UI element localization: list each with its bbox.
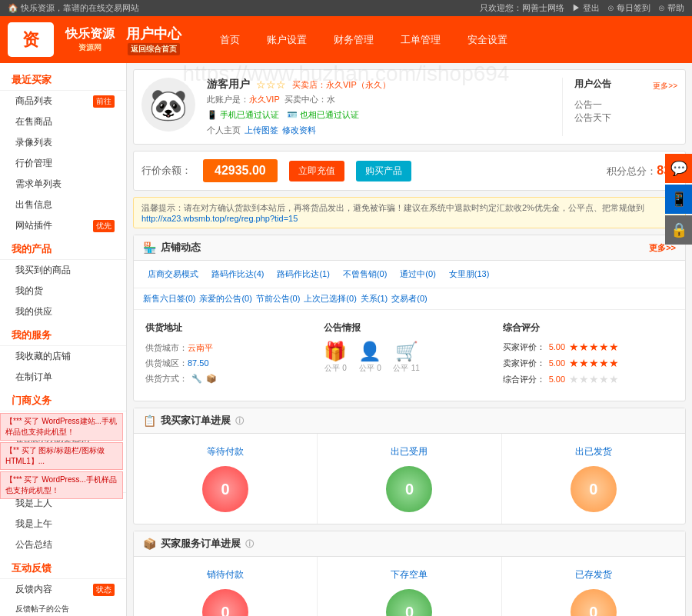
- order-tab-3[interactable]: 节前公告(0): [256, 293, 300, 305]
- sell-circle-waiting-label[interactable]: 销待付款: [145, 568, 305, 581]
- shop-tab-4[interactable]: 不曾售销(0): [338, 267, 391, 281]
- top-bar-left: 🏠 快乐资源，靠谱的在线交易网站: [8, 2, 139, 14]
- buy-order-header: 📋 我买家订单进展 ⓘ: [134, 408, 685, 434]
- delivery-item-2: 👤 公平 0: [358, 341, 381, 374]
- username: 游客用户: [207, 78, 250, 92]
- sidebar-item-feedback-notice[interactable]: 反馈帖子的公告: [0, 600, 126, 616]
- buy-circle-shipped-value: 0: [571, 466, 617, 512]
- order-tab-1[interactable]: 新售六日签(0): [143, 293, 195, 305]
- buy-order-card: 📋 我买家订单进展 ⓘ 等待付款 0 出已受用 0 出已发货 0: [133, 408, 686, 524]
- shop-tab-3[interactable]: 路码作比达(1): [272, 267, 334, 281]
- order-tab-5[interactable]: 关系(1): [361, 293, 388, 305]
- side-lock-btn[interactable]: 🔒: [665, 215, 692, 245]
- profile-info: 游客用户 ☆☆☆ 买卖店：永久VIP（永久） 此账户是：永久VIP 买卖中心：水…: [207, 78, 551, 136]
- sidebar-item-myhuo[interactable]: 我的货: [0, 281, 126, 301]
- sidebar-section-feedback: 互动反馈: [0, 555, 126, 579]
- profile-links-row: 个人主页 上传图签 修改资料: [207, 125, 551, 136]
- top-bar-signin[interactable]: ⊙ 每日签到: [607, 2, 650, 14]
- buy-circle-waiting-label[interactable]: 等待付款: [145, 445, 305, 458]
- sidebar-section-services: 我的服务: [0, 322, 126, 346]
- nav-item-workorder[interactable]: 工单管理: [389, 28, 452, 52]
- sell-circle-empty-label[interactable]: 下存空单: [329, 568, 489, 581]
- sidebar-item-product-list[interactable]: 商品列表前往: [0, 91, 126, 112]
- buy-circle-received-value: 0: [386, 466, 432, 512]
- order-tab-6[interactable]: 交易者(0): [391, 293, 427, 305]
- sidebar-item-plugin[interactable]: 网站插件优先: [0, 215, 126, 236]
- order-tab-2[interactable]: 亲爱的公告(0): [199, 293, 251, 305]
- popup-notice-2[interactable]: 【** 买了 图标/标题栏/图标做HTML1】...: [0, 442, 123, 470]
- shop-tab-2[interactable]: 路码作比达(4): [207, 267, 268, 281]
- logo-badge: 资源网: [78, 42, 101, 53]
- notice-more-link[interactable]: 更多>>: [653, 81, 677, 92]
- buy-circle-received-label[interactable]: 出已受用: [329, 445, 489, 458]
- sidebar-item-bought[interactable]: 我买到的商品: [0, 260, 126, 281]
- header: 资 快乐资源 资源网 用户中心 返回综合首页 首页 账户设置 财务管理 工单管理…: [0, 16, 692, 63]
- side-chat-btn[interactable]: 💬: [665, 154, 692, 183]
- sidebar-item-price[interactable]: 行价管理: [0, 153, 126, 174]
- rating-group: 综合评分 买家评价： 5.00 ★★★★★ 卖家评价： 5.00 ★★★★★ 综…: [503, 321, 674, 389]
- buy-circle-waiting-value: 0: [202, 466, 248, 512]
- sidebar: 最近买家 商品列表前往 在售商品 录像列表 行价管理 需求单列表 出售信息 网站…: [0, 63, 127, 616]
- sell-circle-empty: 下存空单 0: [318, 557, 501, 616]
- buy-circle-shipped: 出已发货 0: [502, 434, 685, 524]
- top-bar: 🏠 快乐资源，靠谱的在线交易网站 只欢迎您：网善士网络 ▶ 登出 ⊙ 每日签到 …: [0, 0, 692, 16]
- user-stars: ☆☆☆: [256, 78, 286, 91]
- address-group: 供货地址 供货城市：云南平 供货城区：87.50 供货方式： 🔧 📦: [145, 321, 316, 389]
- content-area: 🐼 游客用户 ☆☆☆ 买卖店：永久VIP（永久） 此账户是：永久VIP 买卖中心…: [127, 63, 692, 616]
- shop-activity-card: 🏪 店铺动态 更多>> 店商交易模式 路码作比达(4) 路码作比达(1) 不曾售…: [133, 235, 686, 401]
- rating-row-buyer: 买家评价： 5.00 ★★★★★: [503, 341, 674, 353]
- id-verified: 🪪 也相已通过认证: [287, 109, 359, 121]
- notice-link[interactable]: http://xa23.wbsmb.top/reg/reg.php?tid=15: [141, 214, 677, 223]
- buy-order-circles: 等待付款 0 出已受用 0 出已发货 0: [134, 434, 685, 524]
- sidebar-item-supply[interactable]: 我的供应: [0, 301, 126, 322]
- upload-avatar-link[interactable]: 上传图签: [245, 125, 278, 136]
- sidebar-item-video[interactable]: 录像列表: [0, 132, 126, 153]
- sidebar-item-feedback-content[interactable]: 反馈内容状态: [0, 579, 126, 600]
- shop-tab-6[interactable]: 女里朋(13): [444, 267, 494, 281]
- delivery-icons-row: 🎁 公平 0 👤 公平 0 🛒 公平 11: [324, 341, 494, 374]
- sidebar-item-onsale[interactable]: 在售商品: [0, 112, 126, 132]
- phone-verified: 📱 手机已通过认证: [207, 109, 279, 121]
- recharge-button[interactable]: 立即充值: [289, 161, 344, 181]
- sidebar-item-active-orders[interactable]: 在制订单: [0, 367, 126, 388]
- notice-item-1: 公告一: [574, 98, 677, 112]
- shop-tab-5[interactable]: 通过中(0): [395, 267, 440, 281]
- sidebar-item-sell-info[interactable]: 出售信息: [0, 195, 126, 215]
- address-content: 供货城市：云南平 供货城区：87.50 供货方式： 🔧 📦: [145, 341, 316, 386]
- logo-text: 快乐资源: [65, 26, 115, 42]
- sidebar-item-demand[interactable]: 需求单列表: [0, 174, 126, 195]
- top-bar-logout[interactable]: ▶ 登出: [572, 2, 600, 14]
- nav-item-home[interactable]: 首页: [208, 28, 251, 52]
- nav-item-account[interactable]: 账户设置: [255, 28, 318, 52]
- personal-page-label: 个人主页: [207, 125, 241, 136]
- sidebar-section-recent: 最近买家: [0, 67, 126, 91]
- popup-notice-1[interactable]: 【*** 买了 WordPress建站...手机样品也支持此机型！: [0, 413, 123, 441]
- buy-product-button[interactable]: 购买产品: [356, 161, 411, 181]
- nav-item-finance[interactable]: 财务管理: [322, 28, 385, 52]
- delivery-group: 公告情报 🎁 公平 0 👤 公平 0 🛒: [324, 321, 494, 389]
- top-bar-left-text: 🏠 快乐资源，靠谱的在线交易网站: [8, 2, 139, 14]
- order-tab-4[interactable]: 上次已选择(0): [304, 293, 356, 305]
- sell-circle-shipped-label[interactable]: 已存发货: [514, 568, 674, 581]
- user-center-sub[interactable]: 返回综合首页: [128, 43, 180, 55]
- sell-circle-waiting: 销待付款 0: [134, 557, 318, 616]
- vip-tag: 买卖店：永久VIP（永久）: [292, 79, 391, 91]
- profile-right-panel: 用户公告 更多>> 公告一 公告天下: [562, 78, 677, 136]
- edit-profile-link[interactable]: 修改资料: [282, 125, 316, 136]
- sidebar-item-notice-summary[interactable]: 公告总结: [0, 534, 126, 555]
- sidebar-item-fav-shop[interactable]: 我收藏的店铺: [0, 346, 126, 367]
- shop-tabs-row: 店商交易模式 路码作比达(4) 路码作比达(1) 不曾售销(0) 通过中(0) …: [134, 261, 685, 288]
- buy-order-title: 我买家订单进展: [161, 414, 231, 428]
- popup-notice-3[interactable]: 【*** 买了 WordPress...手机样品也支持此机型！: [0, 471, 123, 499]
- shop-tab-1[interactable]: 店商交易模式: [143, 267, 203, 281]
- user-description: 此账户是：永久VIP 买卖中心：水: [207, 94, 551, 105]
- sidebar-item-upper2[interactable]: 我是上午: [0, 514, 126, 534]
- notice-text: 温馨提示：请在对方确认货款到本站后，再将货品发出，避免被诈骗！建议在系统中退款时…: [141, 202, 677, 214]
- buy-circle-shipped-label[interactable]: 出已发货: [514, 445, 674, 458]
- nav-item-security[interactable]: 安全设置: [456, 28, 519, 52]
- popup-notices-panel: 【*** 买了 WordPress建站...手机样品也支持此机型！ 【** 买了…: [0, 413, 123, 501]
- buy-icon: 📋: [143, 415, 156, 427]
- side-phone-btn[interactable]: 📱: [665, 185, 692, 214]
- top-bar-welcome: 只欢迎您：网善士网络: [480, 2, 564, 14]
- top-bar-help[interactable]: ⊙ 帮助: [658, 2, 684, 14]
